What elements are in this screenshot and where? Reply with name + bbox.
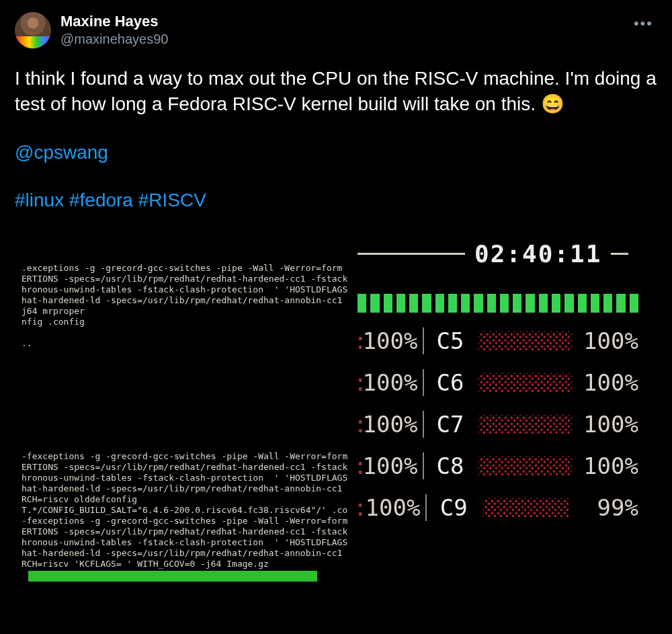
cpu-core-label: C6 bbox=[423, 369, 472, 396]
cpu-row: 100%C6100% bbox=[358, 369, 638, 396]
cpu-row: 100%C5100% bbox=[358, 327, 638, 354]
green-segment bbox=[603, 294, 612, 313]
green-segment bbox=[513, 294, 521, 313]
cpu-usage-bar bbox=[483, 498, 569, 517]
green-segment bbox=[630, 294, 638, 313]
cpu-right-pct: 100% bbox=[579, 369, 638, 396]
cpu-usage-bar bbox=[478, 373, 571, 392]
display-name: Maxine Hayes bbox=[60, 12, 168, 31]
green-segment bbox=[370, 294, 379, 313]
green-segment bbox=[461, 294, 470, 313]
green-segment bbox=[578, 294, 587, 313]
tweet-text-line-1: I think I found a way to max out the CPU… bbox=[15, 66, 657, 117]
hashtag-fedora[interactable]: #fedora bbox=[69, 190, 133, 210]
green-segment bbox=[500, 294, 509, 313]
hashtag-linux[interactable]: #linux bbox=[15, 190, 64, 210]
green-segment bbox=[448, 294, 457, 313]
cpu-left-pct: 100% bbox=[358, 327, 417, 354]
cpu-left-pct: 100% bbox=[358, 411, 417, 438]
green-segment bbox=[409, 294, 418, 313]
clock-panel: 02:40:11 bbox=[358, 240, 634, 268]
tweet-hashtag-line: #linux #fedora #RISCV bbox=[15, 188, 657, 213]
avatar[interactable] bbox=[15, 12, 51, 48]
green-segment bbox=[564, 294, 573, 313]
cpu-left-pct: 100% bbox=[358, 494, 420, 521]
cpu-right-pct: 100% bbox=[579, 327, 638, 354]
cpu-core-label: C7 bbox=[423, 411, 472, 438]
elapsed-clock: 02:40:11 bbox=[465, 240, 611, 268]
cpu-right-pct: 100% bbox=[579, 411, 638, 438]
green-segment bbox=[539, 294, 548, 313]
cpu-row: 100%C8100% bbox=[358, 452, 638, 479]
cpu-core-label: C9 bbox=[425, 494, 476, 521]
terminal-screenshot: .exceptions -g -grecord-gcc-switches -pi… bbox=[22, 241, 653, 586]
build-progress-bar bbox=[28, 571, 317, 582]
cpu-row: 100%C7100% bbox=[358, 411, 638, 438]
green-segment bbox=[526, 294, 534, 313]
grin-emoji-icon: 😄 bbox=[541, 91, 564, 117]
green-segment bbox=[552, 294, 560, 313]
green-segment bbox=[435, 294, 444, 313]
green-activity-bar bbox=[358, 294, 638, 313]
cpu-left-pct: 100% bbox=[358, 369, 417, 396]
more-button[interactable]: ••• bbox=[630, 12, 657, 35]
cpu-row: 100%C999% bbox=[358, 494, 638, 521]
clock-rule-right bbox=[611, 253, 628, 255]
tweet-body: I think I found a way to max out the CPU… bbox=[15, 66, 657, 213]
terminal-block-1: .exceptions -g -grecord-gcc-switches -pi… bbox=[22, 263, 358, 349]
author-names[interactable]: Maxine Hayes @maxinehayes90 bbox=[60, 12, 168, 48]
hashtag-riscv[interactable]: #RISCV bbox=[138, 190, 206, 210]
cpu-usage-bar bbox=[478, 415, 571, 434]
terminal-left-output: .exceptions -g -grecord-gcc-switches -pi… bbox=[22, 241, 358, 591]
cpu-core-label: C8 bbox=[423, 452, 472, 479]
cpu-core-grid: 100%C5100%100%C6100%100%C7100%100%C8100%… bbox=[358, 327, 638, 521]
terminal-block-2: -fexceptions -g -grecord-gcc-switches -p… bbox=[22, 451, 358, 569]
tweet-container: Maxine Hayes @maxinehayes90 ••• I think … bbox=[0, 0, 672, 592]
tweet-mention-line: @cpswang bbox=[15, 140, 657, 165]
green-segment bbox=[396, 294, 405, 313]
green-segment bbox=[474, 294, 482, 313]
green-segment bbox=[487, 294, 496, 313]
mention-link[interactable]: @cpswang bbox=[15, 142, 108, 163]
handle: @maxinehayes90 bbox=[60, 31, 168, 48]
green-segment bbox=[358, 294, 366, 313]
cpu-core-label: C5 bbox=[423, 327, 472, 354]
cpu-usage-bar bbox=[478, 457, 571, 475]
green-segment bbox=[591, 294, 599, 313]
cpu-usage-bar bbox=[478, 331, 571, 350]
green-segment bbox=[422, 294, 431, 313]
tweet-header: Maxine Hayes @maxinehayes90 ••• bbox=[15, 12, 657, 48]
green-segment bbox=[384, 294, 392, 313]
clock-rule-left bbox=[358, 253, 465, 255]
cpu-right-pct: 100% bbox=[579, 452, 638, 479]
green-segment bbox=[616, 294, 625, 313]
attached-media[interactable]: .exceptions -g -grecord-gcc-switches -pi… bbox=[15, 236, 660, 592]
cpu-left-pct: 100% bbox=[358, 452, 417, 479]
cpu-right-pct: 99% bbox=[576, 494, 638, 521]
